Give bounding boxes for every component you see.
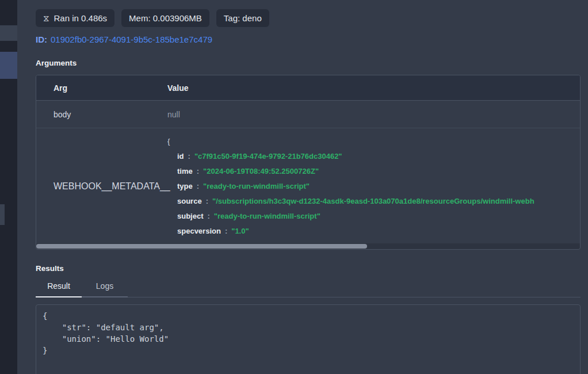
job-detail-panel: ⧖ Ran in 0.486s Mem: 0.003906MB Tag: den… [17,0,588,374]
results-title: Results [36,264,581,273]
arguments-title: Arguments [36,59,581,67]
job-id-label: ID: [36,35,47,44]
run-info-badges: ⧖ Ran in 0.486s Mem: 0.003906MB Tag: den… [36,9,581,27]
json-entry: type:"ready-to-run-windmill-script" [167,179,580,194]
runtime-badge: ⧖ Ran in 0.486s [36,9,114,27]
horizontal-scrollbar [36,243,580,249]
memory-badge-label: Mem: 0.003906MB [129,14,202,22]
tag-badge-label: Tag: deno [224,14,262,22]
json-value: "/subscriptions/h3c3qw-d1232-4asdk-9easd… [212,197,534,205]
colon: : [206,197,208,205]
table-row: body null [36,101,580,128]
json-key: type [177,182,193,190]
json-value: "1.0" [231,227,249,235]
colon: : [197,167,199,175]
runtime-badge-label: Ran in 0.486s [54,14,108,22]
json-key: id [177,152,184,161]
json-value: "ready-to-run-windmill-script" [203,182,310,190]
job-id-link[interactable]: 01902fb0-2967-4091-9b5c-185be1e7c479 [51,35,212,44]
json-entry: specversion:"1.0" [167,224,580,239]
code-line: { [43,310,574,322]
arg-name: body [36,110,167,119]
sidebar-item[interactable] [0,25,17,41]
column-header-value: Value [167,83,580,93]
json-object-viewer: { id:"c7f91c50-9f19-474e-9792-21b76dc304… [167,134,580,239]
json-key: subject [177,212,204,220]
open-brace: { [167,134,580,149]
colon: : [188,152,190,161]
results-tab-bar: Result Logs [36,281,581,297]
memory-badge: Mem: 0.003906MB [121,9,209,27]
hourglass-icon: ⧖ [43,14,49,22]
tag-badge: Tag: deno [216,9,269,27]
json-key: time [177,167,193,175]
arg-name: WEBHOOK__METADATA__ [36,181,167,192]
colon: : [225,227,227,235]
json-entry: id:"c7f91c50-9f19-474e-9792-21b76dc30462… [167,149,580,164]
json-value: "c7f91c50-9f19-474e-9792-21b76dc30462" [194,152,342,161]
arguments-table: Arg Value body null WEBHOOK__METADATA__ … [36,75,581,250]
sidebar [0,0,17,374]
code-line: "str": "default arg", [43,322,574,333]
code-line: } [43,345,574,356]
column-header-arg: Arg [36,83,167,93]
json-value: "ready-to-run-windmill-script" [214,212,320,220]
arg-value-null: null [167,110,580,119]
colon: : [208,212,210,220]
table-row: WEBHOOK__METADATA__ { id:"c7f91c50-9f19-… [36,128,580,243]
tab-logs[interactable]: Logs [82,281,128,297]
colon: : [197,182,199,190]
job-id-line: ID:01902fb0-2967-4091-9b5c-185be1e7c479 [36,35,581,44]
tab-result[interactable]: Result [36,281,82,297]
horizontal-scrollbar-thumb[interactable] [36,244,367,249]
json-entry: subject:"ready-to-run-windmill-script" [167,209,580,224]
sidebar-item-active[interactable] [0,52,17,79]
arguments-table-header: Arg Value [36,75,580,101]
sidebar-item[interactable] [0,204,5,225]
json-entry: source:"/subscriptions/h3c3qw-d1232-4asd… [167,194,580,209]
json-entry: time:"2024-06-19T08:49:52.2500726Z" [167,164,580,179]
result-json-viewer: { "str": "default arg", "union": "Hello … [36,304,581,374]
code-line: "union": "Hello World" [43,333,574,345]
json-key: source [177,197,202,205]
json-key: specversion [177,227,221,235]
json-value: "2024-06-19T08:49:52.2500726Z" [203,167,319,175]
